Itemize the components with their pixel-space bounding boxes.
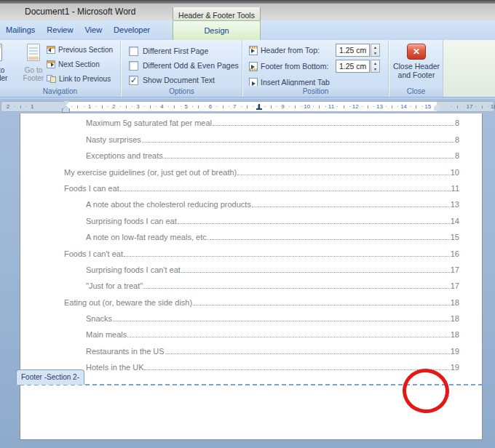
ruler-tick [77, 105, 78, 108]
tab-strip: MailingsReviewViewDeveloper [0, 20, 156, 40]
ruler-tick [451, 106, 452, 107]
ribbon-empty-area [443, 40, 495, 97]
header-from-top-spinner[interactable]: ▲▼ [371, 44, 380, 57]
ruler-tick [126, 105, 127, 108]
ruler-tick [295, 105, 296, 108]
ruler-tick [216, 106, 217, 107]
toc-page-number: 10 [451, 168, 459, 177]
ruler-tick [416, 105, 416, 108]
toc-page-number: 18 [451, 298, 459, 307]
different-odd-even-checkbox[interactable]: Different Odd & Even Pages [129, 60, 242, 71]
toc-entry: A note on low-fat ready meals, etc.15 [64, 229, 459, 245]
ruler-tick [337, 106, 338, 107]
ruler-number: 10 [304, 103, 310, 110]
toc-entry: Surprising foods I can eat14 [64, 212, 459, 228]
show-document-text-checkbox[interactable]: Show Document Text [129, 74, 242, 86]
ruler-tick [373, 106, 374, 107]
toc-dot-leader [120, 191, 451, 191]
toc-entry: "Just for a treat"17 [64, 278, 459, 294]
ruler-tick [132, 106, 132, 107]
header-from-top-icon [249, 46, 258, 55]
ruler-tick [156, 106, 157, 107]
footer-document-icon [27, 44, 40, 61]
toc-entry: Nasty surprises8 [64, 131, 459, 147]
footer-from-bottom-spinner[interactable]: ▲▼ [371, 60, 380, 73]
footer-from-bottom-field[interactable]: 1.25 cm [336, 60, 370, 73]
horizontal-ruler[interactable]: 211234567891011121314151718 [1, 101, 494, 112]
toc-entry-text: Restaurants in the US [86, 347, 165, 356]
toc-entry: Snacks18 [64, 311, 459, 327]
toc-page-number: 8 [455, 151, 459, 160]
group-label-navigation: Navigation [0, 86, 120, 97]
previous-section-button[interactable]: Previous Section [47, 44, 121, 56]
ruler-number: 9 [281, 103, 284, 110]
toc-dot-leader [143, 288, 450, 289]
ruler-tick [229, 106, 229, 107]
go-to-header-button[interactable]: Go to Header [0, 41, 13, 84]
toc-entry-text: Main meals [86, 330, 127, 339]
ruler-number: 18 [491, 103, 495, 110]
spin-down-icon[interactable]: ▼ [371, 66, 379, 72]
spin-up-icon[interactable]: ▲ [371, 44, 379, 50]
indent-marker[interactable] [63, 101, 69, 113]
ruler-tick [144, 106, 145, 107]
toc-entry-text: "Just for a treat" [86, 281, 143, 290]
tab-design[interactable]: Design [173, 20, 261, 40]
toc-entry: Maximum 5g saturated fat per meal8 [64, 115, 459, 131]
tab-developer[interactable]: Developer [108, 20, 156, 40]
group-options: Different First Page Different Odd & Eve… [122, 40, 242, 97]
ruler-number: 11 [328, 103, 334, 110]
header-from-top-field[interactable]: 1.25 cm [336, 44, 370, 57]
tab-stop-marker[interactable] [256, 104, 262, 110]
ruler-tick [198, 105, 199, 108]
ruler-tick [102, 105, 103, 108]
ruler-tick [368, 105, 368, 108]
ruler-tick [192, 106, 193, 107]
toc-dot-leader [252, 207, 450, 207]
ruler-number: 15 [424, 103, 431, 110]
tab-mailings[interactable]: Mailings [0, 20, 41, 40]
toc-dot-leader [210, 239, 450, 240]
tab-review[interactable]: Review [41, 20, 79, 40]
ruler-number: 5 [185, 103, 188, 110]
next-section-button[interactable]: Next Section [47, 58, 121, 71]
different-first-page-checkbox[interactable]: Different First Page [129, 45, 242, 57]
close-header-footer-button[interactable]: ✕ Close Header and Footer [392, 41, 440, 85]
window-title: Document1 - Microsoft Word [25, 7, 136, 17]
ribbon-tab-row: MailingsReviewViewDeveloper Design [0, 20, 495, 40]
go-to-footer-button[interactable]: Go to Footer [16, 41, 51, 84]
ruler-tick [150, 105, 151, 108]
ruler-tick [392, 105, 392, 108]
document-area: 211234567891011121314151718 Maximum 5g s… [0, 99, 495, 448]
toc-page-number: 15 [451, 233, 459, 241]
link-to-previous-button[interactable]: Link to Previous [47, 73, 121, 85]
ruler-tick [108, 106, 108, 107]
toc-page-number: 11 [451, 184, 459, 193]
ruler-tick [319, 105, 320, 108]
toc-entry-text: Foods I can eat [64, 184, 119, 193]
ruler-tick [174, 105, 175, 108]
ruler-tick [95, 106, 96, 107]
toc-entry: My exercise guidelines (or, just get out… [64, 164, 459, 180]
ruler-tick [301, 106, 302, 107]
ruler-tick [349, 106, 350, 107]
tab-view[interactable]: View [79, 20, 108, 40]
spin-down-icon[interactable]: ▼ [371, 50, 379, 56]
ruler-tick [181, 106, 181, 107]
next-section-icon [47, 60, 55, 68]
toc-dot-leader [164, 158, 454, 159]
spin-up-icon[interactable]: ▲ [371, 60, 379, 66]
toc-page-number: 18 [451, 330, 459, 339]
ruler-tick [168, 106, 169, 107]
ruler-tick [20, 105, 21, 108]
toc-page-number: 17 [451, 281, 459, 290]
toc-entry-text: A note on low-fat ready meals, etc. [86, 233, 209, 241]
ruler-number: 3 [136, 103, 139, 110]
ruler-tick [205, 106, 205, 107]
ruler-tick [289, 106, 290, 107]
toc-entry-text: My exercise guidelines (or, just get out… [64, 168, 237, 177]
ruler-number: 1 [31, 103, 33, 110]
toc-page-number: 17 [451, 265, 459, 274]
toc-page-number: 8 [455, 119, 459, 127]
toc-page-number: 18 [451, 314, 459, 323]
